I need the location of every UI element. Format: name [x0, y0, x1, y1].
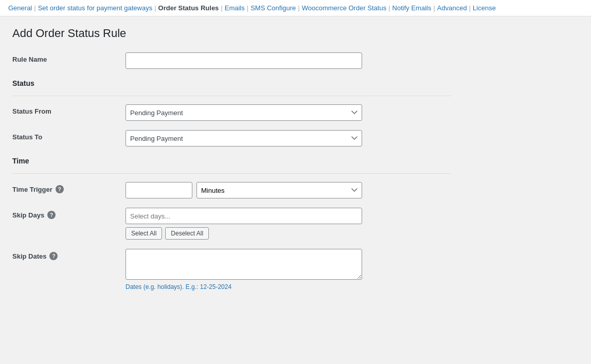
select-all-button[interactable]: Select All — [126, 227, 162, 240]
page-title: Add Order Status Rule — [12, 27, 451, 40]
time-trigger-label: Time Trigger ? — [12, 182, 126, 193]
skip-dates-textarea[interactable] — [126, 249, 362, 280]
nav-item-general[interactable]: General — [8, 4, 32, 12]
nav-item-license[interactable]: License — [473, 4, 496, 12]
skip-days-help-icon[interactable]: ? — [47, 211, 56, 219]
nav-bar: General | Set order status for payment g… — [0, 0, 591, 16]
status-section-heading: Status — [12, 79, 451, 89]
nav-sep-4: | — [247, 4, 248, 12]
deselect-all-button[interactable]: Deselect All — [165, 227, 209, 240]
skip-dates-field: Dates (e.g. holidays). E.g.: 12-25-2024 — [126, 249, 362, 290]
nav-sep-6: | — [388, 4, 390, 12]
skip-days-field: Select All Deselect All — [126, 208, 362, 240]
status-from-label: Status From — [12, 104, 126, 115]
nav-sep-1: | — [34, 4, 35, 12]
nav-sep-3: | — [221, 4, 222, 12]
content-area: Add Order Status Rule Rule Name Status S… — [0, 16, 463, 311]
time-trigger-row: Time Trigger ? Minutes Hours Days Weeks — [12, 182, 451, 198]
status-from-select[interactable]: Pending Payment Processing On Hold Compl… — [126, 104, 362, 121]
page-wrapper: General | Set order status for payment g… — [0, 0, 591, 364]
time-trigger-unit-select[interactable]: Minutes Hours Days Weeks — [196, 182, 362, 198]
time-section-heading: Time — [12, 157, 451, 167]
status-to-label: Status To — [12, 130, 126, 141]
time-trigger-field: Minutes Hours Days Weeks — [126, 182, 362, 198]
time-trigger-help-icon[interactable]: ? — [56, 185, 64, 193]
rule-name-section: Rule Name — [12, 52, 451, 69]
status-from-field: Pending Payment Processing On Hold Compl… — [126, 104, 362, 121]
nav-sep-8: | — [469, 4, 471, 12]
nav-sep-5: | — [298, 4, 299, 12]
skip-dates-help-icon[interactable]: ? — [49, 252, 58, 260]
nav-item-set-order-status[interactable]: Set order status for payment gateways — [38, 4, 153, 12]
time-trigger-number-input[interactable] — [126, 182, 192, 198]
nav-sep-2: | — [154, 4, 156, 12]
skip-days-input[interactable] — [126, 208, 362, 224]
skip-dates-row: Skip Dates ? Dates (e.g. holidays). E.g.… — [12, 249, 451, 290]
status-from-row: Status From Pending Payment Processing O… — [12, 104, 451, 121]
rule-name-row: Rule Name — [12, 52, 451, 69]
status-divider — [12, 96, 451, 96]
rule-name-label: Rule Name — [12, 52, 126, 63]
skip-dates-helper-text: Dates (e.g. holidays). E.g.: 12-25-2024 — [126, 283, 362, 290]
nav-sep-7: | — [433, 4, 435, 12]
time-divider — [12, 173, 451, 174]
nav-item-woocommerce-order-status[interactable]: Woocommerce Order Status — [302, 4, 386, 12]
skip-days-btn-group: Select All Deselect All — [126, 227, 362, 240]
status-to-select[interactable]: Pending Payment Processing On Hold Compl… — [126, 130, 362, 147]
nav-item-emails[interactable]: Emails — [225, 4, 245, 12]
skip-days-row: Skip Days ? Select All Deselect All — [12, 208, 451, 240]
nav-item-advanced[interactable]: Advanced — [437, 4, 467, 12]
rule-name-field — [126, 52, 362, 69]
nav-item-sms-configure[interactable]: SMS Configure — [250, 4, 296, 12]
skip-days-label: Skip Days ? — [12, 208, 126, 219]
status-section: Status Status From Pending Payment Proce… — [12, 79, 451, 147]
status-to-field: Pending Payment Processing On Hold Compl… — [126, 130, 362, 147]
skip-dates-label: Skip Dates ? — [12, 249, 126, 260]
status-to-row: Status To Pending Payment Processing On … — [12, 130, 451, 147]
rule-name-input[interactable] — [126, 52, 362, 69]
time-trigger-inputs: Minutes Hours Days Weeks — [126, 182, 362, 198]
time-section: Time Time Trigger ? Minutes Hours Days — [12, 157, 451, 290]
nav-item-order-status-rules: Order Status Rules — [158, 4, 219, 12]
nav-item-notify-emails[interactable]: Notify Emails — [392, 4, 432, 12]
